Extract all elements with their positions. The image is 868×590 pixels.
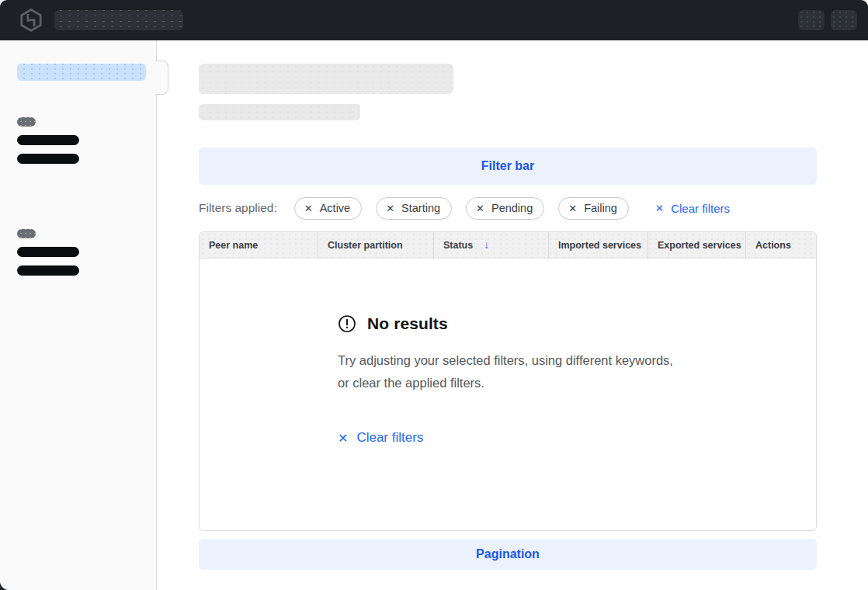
filter-chip-label: Starting: [401, 202, 440, 214]
app-window: Filter bar Filters applied: ✕ Active ✕ S…: [0, 0, 868, 590]
column-header-label: Peer name: [209, 240, 258, 251]
sidebar-section-label-skeleton-2: [17, 229, 36, 238]
column-header-label: Cluster partition: [328, 240, 403, 251]
remove-icon[interactable]: ✕: [304, 203, 313, 214]
table-body: No results Try adjusting your selected f…: [200, 259, 816, 530]
page-title-skeleton: [199, 64, 453, 94]
clear-filters-link[interactable]: ✕ Clear filters: [655, 202, 730, 215]
alert-circle-icon: [338, 314, 356, 333]
column-header-imported-services[interactable]: Imported services: [548, 232, 648, 258]
clear-filters-label: Clear filters: [356, 430, 423, 446]
filter-chip-label: Pending: [491, 202, 533, 214]
filter-chip-active[interactable]: ✕ Active: [294, 197, 362, 220]
column-header-label: Exported services: [658, 240, 741, 251]
peers-table: Peer name Cluster partition Status ↓ Imp…: [199, 231, 817, 531]
column-header-label: Imported services: [558, 240, 641, 251]
table-header-row: Peer name Cluster partition Status ↓ Imp…: [200, 232, 816, 259]
column-header-label: Actions: [755, 240, 791, 251]
sidebar-section-label-skeleton-1: [17, 117, 36, 127]
empty-state-title: No results: [367, 314, 448, 333]
sidebar-item-skeleton-4[interactable]: [17, 266, 79, 276]
sidebar-item-skeleton-3[interactable]: [17, 247, 79, 257]
pagination-label: Pagination: [476, 547, 540, 561]
search-input[interactable]: [54, 10, 183, 30]
column-header-actions: Actions: [745, 232, 816, 258]
column-header-cluster-partition[interactable]: Cluster partition: [318, 232, 433, 258]
column-header-label: Status: [443, 240, 473, 251]
applied-filters-row: Filters applied: ✕ Active ✕ Starting ✕ P…: [199, 197, 817, 219]
clear-icon: ✕: [338, 431, 348, 446]
pagination-bar[interactable]: Pagination: [199, 539, 817, 570]
main-content: Filter bar Filters applied: ✕ Active ✕ S…: [157, 40, 868, 590]
empty-state: No results Try adjusting your selected f…: [200, 259, 816, 446]
remove-icon[interactable]: ✕: [476, 203, 484, 214]
filter-chip-starting[interactable]: ✕ Starting: [376, 197, 452, 220]
clear-icon: ✕: [655, 202, 664, 214]
remove-icon[interactable]: ✕: [568, 203, 577, 214]
filter-bar-label: Filter bar: [481, 159, 534, 173]
column-header-peer-name[interactable]: Peer name: [200, 232, 318, 258]
hashicorp-logo-icon: [20, 9, 42, 32]
filter-chip-pending[interactable]: ✕ Pending: [466, 197, 544, 220]
clear-filters-label: Clear filters: [671, 202, 730, 215]
filter-bar[interactable]: Filter bar: [199, 148, 817, 185]
filter-chip-label: Failing: [584, 202, 617, 214]
page-subtitle-skeleton: [199, 104, 360, 120]
remove-icon[interactable]: ✕: [386, 203, 394, 214]
sort-descending-icon[interactable]: ↓: [484, 239, 489, 251]
sidebar-item-selected-skeleton[interactable]: [17, 64, 146, 81]
empty-state-description: Try adjusting your selected filters, usi…: [338, 349, 686, 394]
sidebar-item-skeleton-2[interactable]: [17, 154, 79, 164]
topbar-button-skeleton-2[interactable]: [831, 10, 857, 30]
column-header-status[interactable]: Status ↓: [433, 232, 548, 258]
sidebar-collapse-handle[interactable]: [155, 61, 168, 95]
sidebar: [0, 40, 157, 590]
top-nav-bar: [0, 0, 868, 40]
sidebar-item-skeleton-1[interactable]: [17, 135, 79, 145]
filter-chip-failing[interactable]: ✕ Failing: [558, 197, 629, 220]
filters-applied-label: Filters applied:: [199, 201, 277, 215]
filter-chip-label: Active: [320, 202, 351, 214]
empty-state-clear-filters-link[interactable]: ✕ Clear filters: [338, 430, 423, 446]
column-header-exported-services[interactable]: Exported services: [648, 232, 745, 258]
topbar-button-skeleton-1[interactable]: [798, 10, 825, 30]
